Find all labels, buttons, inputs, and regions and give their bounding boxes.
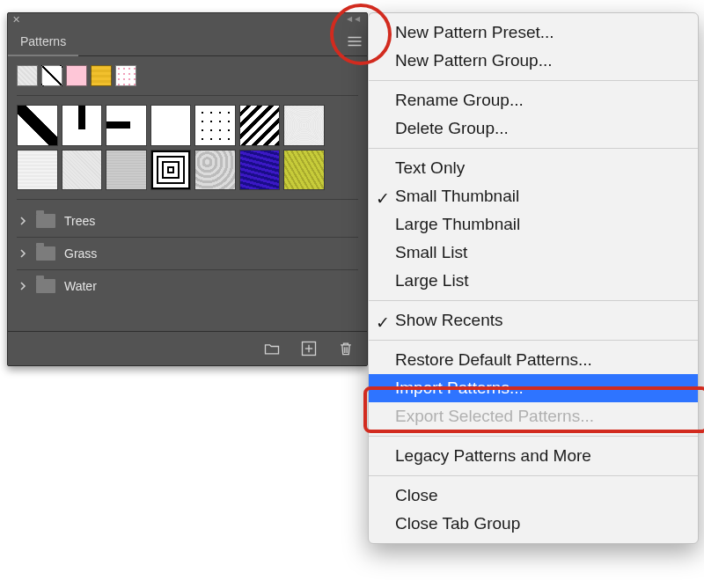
pattern-swatch[interactable]: [106, 105, 147, 146]
menu-item-label: Export Selected Patterns...: [395, 407, 594, 426]
pattern-swatch[interactable]: [283, 150, 325, 191]
checkmark-icon: ✓: [376, 312, 390, 327]
tab-patterns[interactable]: Patterns: [8, 27, 78, 56]
tabbar-spacer: [78, 27, 342, 55]
menu-item-label: Large Thumbnail: [395, 215, 520, 234]
folder-icon: [36, 279, 55, 293]
chevron-right-icon: [18, 217, 27, 225]
menu-item-restore_defaults[interactable]: Restore Default Patterns...: [369, 346, 698, 374]
hamburger-icon: [347, 35, 363, 48]
new-group-button[interactable]: [263, 340, 281, 357]
menu-item-small_list[interactable]: Small List: [369, 239, 698, 267]
trash-icon: [337, 340, 355, 357]
folder-label: Grass: [64, 246, 97, 261]
pattern-swatch[interactable]: [194, 105, 236, 146]
new-pattern-button[interactable]: [300, 340, 318, 357]
recent-patterns-row: [17, 65, 358, 96]
menu-item-large_thumbnail[interactable]: Large Thumbnail: [369, 210, 698, 239]
close-icon[interactable]: ✕: [8, 13, 25, 25]
panel-menu-button[interactable]: [342, 27, 367, 55]
folder-row[interactable]: Water: [17, 270, 358, 302]
menu-item-import_patterns[interactable]: Import Patterns...: [369, 374, 698, 402]
chevron-right-icon: [18, 249, 27, 258]
folder-icon: [36, 246, 55, 261]
menu-item-label: Legacy Patterns and More: [395, 446, 591, 466]
pattern-swatch[interactable]: [62, 150, 103, 191]
menu-item-large_list[interactable]: Large List: [369, 267, 698, 295]
menu-item-close[interactable]: Close: [369, 481, 698, 510]
pattern-swatch[interactable]: [106, 150, 147, 191]
menu-item-label: Small Thumbnail: [395, 187, 519, 206]
patterns-panel: ✕ ◀◀ Patterns: [7, 12, 368, 366]
folder-label: Water: [64, 279, 97, 293]
menu-item-label: Delete Group...: [395, 119, 509, 138]
panel-footer: [8, 331, 367, 365]
pattern-swatch[interactable]: [17, 150, 58, 191]
recent-swatch[interactable]: [91, 65, 112, 86]
delete-button[interactable]: [337, 340, 355, 357]
menu-item-legacy_patterns[interactable]: Legacy Patterns and More: [369, 442, 698, 470]
folder-icon: [263, 340, 281, 357]
menu-item-rename_group[interactable]: Rename Group...: [369, 86, 698, 114]
recent-swatch[interactable]: [66, 65, 87, 86]
recent-swatch[interactable]: [115, 65, 136, 86]
menu-item-label: Restore Default Patterns...: [395, 350, 592, 370]
pattern-swatch-grid: [17, 96, 358, 200]
menu-separator: [369, 436, 698, 437]
chevron-right-icon: [18, 282, 27, 290]
pattern-swatch[interactable]: [17, 105, 58, 146]
checkmark-icon: ✓: [376, 188, 390, 202]
panel-titlebar[interactable]: ✕ ◀◀: [8, 13, 367, 27]
panel-body: Trees Grass Water: [8, 56, 367, 305]
menu-item-label: New Pattern Group...: [395, 51, 552, 70]
recent-swatch[interactable]: [17, 65, 38, 86]
menu-item-label: Show Recents: [395, 311, 503, 330]
menu-item-label: Close Tab Group: [395, 514, 520, 533]
menu-separator: [369, 300, 698, 301]
menu-separator: [369, 340, 698, 341]
folder-label: Trees: [64, 214, 95, 228]
pattern-swatch[interactable]: [62, 105, 103, 146]
menu-item-label: Close: [395, 486, 438, 505]
menu-item-export_selected: Export Selected Patterns...: [369, 402, 698, 430]
folder-icon: [36, 214, 55, 228]
menu-item-label: Large List: [395, 271, 468, 290]
pattern-swatch[interactable]: [239, 150, 281, 191]
menu-item-show_recents[interactable]: ✓Show Recents: [369, 306, 698, 334]
folder-row[interactable]: Trees: [17, 205, 358, 238]
menu-item-close_tab_group[interactable]: Close Tab Group: [369, 510, 698, 538]
panel-flyout-menu: New Pattern Preset...New Pattern Group..…: [368, 12, 699, 544]
menu-item-label: Text Only: [395, 158, 465, 178]
recent-swatch[interactable]: [41, 65, 62, 86]
menu-separator: [369, 475, 698, 476]
menu-item-new_pattern_preset[interactable]: New Pattern Preset...: [369, 18, 698, 47]
menu-item-new_pattern_group[interactable]: New Pattern Group...: [369, 47, 698, 75]
menu-item-label: Import Patterns...: [395, 379, 524, 398]
menu-separator: [369, 80, 698, 81]
pattern-swatch[interactable]: [150, 105, 192, 146]
folder-row[interactable]: Grass: [17, 238, 358, 270]
panel-tabbar: Patterns: [8, 27, 367, 56]
menu-item-label: New Pattern Preset...: [395, 23, 554, 42]
menu-separator: [369, 148, 698, 149]
pattern-swatch[interactable]: [283, 105, 325, 146]
pattern-folders: Trees Grass Water: [17, 200, 358, 302]
pattern-swatch[interactable]: [150, 150, 192, 191]
menu-item-delete_group[interactable]: Delete Group...: [369, 114, 698, 143]
menu-item-label: Rename Group...: [395, 91, 524, 110]
menu-item-small_thumbnail[interactable]: ✓Small Thumbnail: [369, 182, 698, 210]
menu-item-label: Small List: [395, 243, 467, 262]
menu-item-text_only[interactable]: Text Only: [369, 154, 698, 182]
pattern-swatch[interactable]: [239, 105, 281, 146]
pattern-swatch[interactable]: [194, 150, 236, 191]
plus-square-icon: [300, 340, 318, 357]
collapse-icon[interactable]: ◀◀: [347, 13, 367, 23]
